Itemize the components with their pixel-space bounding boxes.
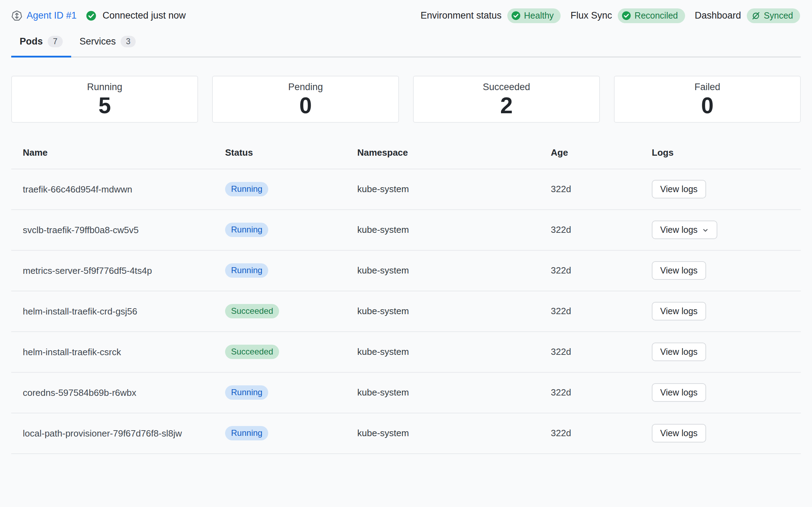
view-logs-button[interactable]: View logs xyxy=(652,180,706,198)
pod-logs-cell: View logs xyxy=(652,302,801,320)
pod-namespace: kube-system xyxy=(357,224,551,235)
pod-status-summary: Running 5 Pending 0 Succeeded 2 Failed 0 xyxy=(11,76,801,123)
view-logs-button[interactable]: View logs xyxy=(652,343,706,361)
view-logs-button[interactable]: View logs xyxy=(652,221,717,239)
stat-value: 0 xyxy=(299,94,312,117)
status-badge: Running xyxy=(225,263,268,278)
pod-logs-cell: View logs xyxy=(652,424,801,442)
pod-logs-cell: View logs xyxy=(652,221,801,239)
environment-status-badge: Healthy xyxy=(507,8,561,23)
table-row: traefik-66c46d954f-mdwwn Running kube-sy… xyxy=(11,169,801,210)
view-logs-label: View logs xyxy=(660,225,698,235)
column-header-name: Name xyxy=(11,147,225,169)
check-circle-icon xyxy=(622,11,631,20)
flux-sync-badge: Reconciled xyxy=(618,8,685,23)
pod-namespace: kube-system xyxy=(357,428,551,439)
pods-dashboard-page: Agent ID #1 Connected just now Environme… xyxy=(0,0,812,507)
view-logs-label: View logs xyxy=(660,265,698,276)
stat-value: 2 xyxy=(500,94,513,117)
chevron-down-icon xyxy=(702,227,709,234)
view-logs-label: View logs xyxy=(660,387,698,398)
stat-label: Pending xyxy=(288,82,323,93)
pod-namespace: kube-system xyxy=(357,306,551,317)
pod-status-cell: Succeeded xyxy=(225,304,357,318)
pod-name: metrics-server-5f9f776df5-4ts4p xyxy=(11,265,225,277)
table-header-row: Name Status Namespace Age Logs xyxy=(11,123,801,169)
stat-card-succeeded: Succeeded 2 xyxy=(413,76,600,123)
status-badge: Succeeded xyxy=(225,304,279,318)
view-logs-button[interactable]: View logs xyxy=(652,383,706,402)
flux-sync-label: Flux Sync xyxy=(570,10,612,21)
table-row: svclb-traefik-79ffb0a8-cw5v5 Running kub… xyxy=(11,210,801,251)
agent-status-group: Agent ID #1 Connected just now xyxy=(11,10,186,21)
tab-services[interactable]: Services 3 xyxy=(71,36,144,56)
check-circle-icon xyxy=(511,11,521,20)
pod-name: coredns-597584b69b-r6wbx xyxy=(11,387,225,399)
status-badge: Running xyxy=(225,385,268,400)
environment-status-label: Environment status xyxy=(420,10,501,21)
tab-services-label: Services xyxy=(80,36,116,47)
pods-table: Name Status Namespace Age Logs traefik-6… xyxy=(11,123,801,454)
table-row: local-path-provisioner-79f67d76f8-sl8jw … xyxy=(11,413,801,454)
agent-hexagon-arrows-icon xyxy=(11,10,22,21)
pod-namespace: kube-system xyxy=(357,387,551,398)
stat-value: 5 xyxy=(99,94,111,117)
stat-value: 0 xyxy=(701,94,714,117)
view-logs-button[interactable]: View logs xyxy=(652,302,706,320)
pod-age: 322d xyxy=(551,346,652,357)
view-logs-button[interactable]: View logs xyxy=(652,261,706,280)
tab-services-count-badge: 3 xyxy=(121,36,136,47)
pod-status-cell: Running xyxy=(225,426,357,440)
environment-status-pair: Environment status Healthy xyxy=(420,8,561,23)
tab-bar: Pods 7 Services 3 xyxy=(11,36,801,58)
stat-card-running: Running 5 xyxy=(11,76,198,123)
pod-status-cell: Running xyxy=(225,182,357,196)
pod-name: svclb-traefik-79ffb0a8-cw5v5 xyxy=(11,224,225,236)
stat-card-failed: Failed 0 xyxy=(614,76,801,123)
connection-status-text: Connected just now xyxy=(103,10,186,21)
dashboard-sync-badge: Synced xyxy=(747,8,800,23)
status-badge: Running xyxy=(225,182,268,196)
table-row: helm-install-traefik-csrck Succeeded kub… xyxy=(11,332,801,373)
pod-age: 322d xyxy=(551,184,652,195)
column-header-status: Status xyxy=(225,147,357,169)
flux-sync-value: Reconciled xyxy=(635,11,678,21)
pod-name: helm-install-traefik-csrck xyxy=(11,346,225,358)
pod-namespace: kube-system xyxy=(357,346,551,357)
table-row: helm-install-traefik-crd-gsj56 Succeeded… xyxy=(11,291,801,332)
top-bar: Agent ID #1 Connected just now Environme… xyxy=(0,0,812,23)
environment-status-value: Healthy xyxy=(524,11,554,21)
stat-label: Running xyxy=(87,82,122,93)
column-header-logs: Logs xyxy=(652,147,801,169)
pod-namespace: kube-system xyxy=(357,184,551,195)
pod-namespace: kube-system xyxy=(357,265,551,276)
pod-name: helm-install-traefik-crd-gsj56 xyxy=(11,305,225,317)
stat-label: Succeeded xyxy=(483,82,530,93)
table-row: coredns-597584b69b-r6wbx Running kube-sy… xyxy=(11,373,801,413)
pod-name: local-path-provisioner-79f67d76f8-sl8jw xyxy=(11,427,225,439)
sync-slash-circle-icon xyxy=(751,11,760,20)
flux-sync-pair: Flux Sync Reconciled xyxy=(570,8,685,23)
pod-status-cell: Succeeded xyxy=(225,345,357,359)
environment-badges-group: Environment status Healthy Flux Sync xyxy=(420,8,800,23)
column-header-age: Age xyxy=(551,147,652,169)
tab-pods[interactable]: Pods 7 xyxy=(11,36,71,56)
check-circle-icon xyxy=(86,11,96,21)
view-logs-button[interactable]: View logs xyxy=(652,424,706,442)
status-badge: Running xyxy=(225,426,268,440)
pod-age: 322d xyxy=(551,428,652,439)
view-logs-label: View logs xyxy=(660,347,698,357)
column-header-namespace: Namespace xyxy=(357,147,551,169)
view-logs-label: View logs xyxy=(660,184,698,194)
stat-label: Failed xyxy=(695,82,720,93)
view-logs-label: View logs xyxy=(660,306,698,316)
tab-pods-count-badge: 7 xyxy=(48,36,63,47)
table-body: traefik-66c46d954f-mdwwn Running kube-sy… xyxy=(11,169,801,454)
table-row: metrics-server-5f9f776df5-4ts4p Running … xyxy=(11,251,801,291)
dashboard-pair: Dashboard Synced xyxy=(695,8,800,23)
view-logs-label: View logs xyxy=(660,428,698,438)
pod-status-cell: Running xyxy=(225,385,357,400)
tab-pods-label: Pods xyxy=(20,36,43,47)
pod-age: 322d xyxy=(551,306,652,317)
agent-id-link[interactable]: Agent ID #1 xyxy=(27,10,77,21)
